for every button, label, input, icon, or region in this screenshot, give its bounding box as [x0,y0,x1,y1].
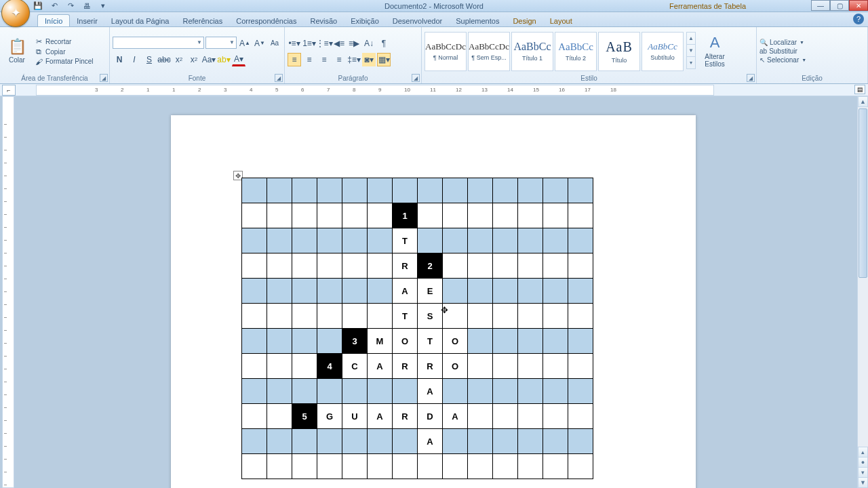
letter-cell[interactable]: G [317,404,342,429]
empty-cell[interactable] [342,454,368,479]
tab-selector[interactable]: ⌐ [2,85,16,96]
empty-cell[interactable] [543,279,568,304]
redo-icon[interactable]: ↷ [65,1,76,12]
paste-button[interactable]: 📋 Colar [3,39,31,64]
empty-cell[interactable] [443,228,468,253]
gallery-down[interactable]: ▼ [686,44,696,57]
empty-cell[interactable] [292,203,317,228]
underline-button[interactable]: S [142,53,156,66]
empty-cell[interactable] [267,228,292,253]
empty-cell[interactable] [317,228,342,253]
help-icon[interactable]: ? [853,14,864,24]
empty-cell[interactable] [568,379,593,404]
empty-cell[interactable] [267,304,292,329]
style-normal[interactable]: AaBbCcDc¶ Normal [425,32,467,71]
style-heading1[interactable]: AaBbCcTítulo 1 [511,32,553,71]
letter-cell[interactable]: A [393,279,418,304]
grow-font-button[interactable]: A▲ [238,37,252,50]
empty-cell[interactable] [543,429,568,454]
empty-cell[interactable] [267,279,292,304]
empty-cell[interactable] [543,404,568,429]
empty-cell[interactable] [518,454,543,479]
tab-table-design[interactable]: Design [506,15,542,26]
strikethrough-button[interactable]: abc [157,53,171,66]
close-button[interactable]: ✕ [849,0,868,11]
ruler-toggle[interactable]: ▤ [854,85,865,94]
empty-cell[interactable] [342,228,368,253]
empty-cell[interactable] [393,454,418,479]
empty-cell[interactable] [242,203,267,228]
tab-references[interactable]: Referências [176,15,230,26]
empty-cell[interactable] [292,354,317,379]
empty-cell[interactable] [468,253,493,279]
shrink-font-button[interactable]: A▼ [253,37,267,50]
office-button[interactable]: ✦ [1,0,30,27]
empty-cell[interactable] [543,304,568,329]
crossword-table[interactable]: 1TR2AETS3MOTO4CARROA5GUARDAA [241,178,593,479]
empty-cell[interactable] [393,379,418,404]
styles-gallery[interactable]: AaBbCcDc¶ Normal AaBbCcDc¶ Sem Esp... Aa… [425,32,696,71]
empty-cell[interactable] [242,379,267,404]
clipboard-launcher[interactable]: ◢ [100,74,108,82]
empty-cell[interactable] [468,329,493,354]
subscript-button[interactable]: x2 [172,53,186,66]
letter-cell[interactable]: A [418,379,443,404]
tab-page-layout[interactable]: Layout da Página [104,15,176,26]
scroll-down-button[interactable]: ▼ [858,477,868,488]
horizontal-ruler[interactable]: 321123456789101112131415161718 [36,85,714,96]
letter-cell[interactable]: O [443,354,468,379]
letter-cell[interactable]: R [393,253,418,279]
empty-cell[interactable] [242,354,267,379]
clue-number-cell[interactable]: 2 [418,253,443,279]
empty-cell[interactable] [242,279,267,304]
empty-cell[interactable] [292,329,317,354]
empty-cell[interactable] [393,178,418,203]
copy-button[interactable]: ⧉Copiar [34,47,94,56]
style-subtitle[interactable]: AaBbCcSubtítulo [642,32,684,71]
qat-more-icon[interactable]: ▾ [98,1,108,12]
empty-cell[interactable] [342,304,368,329]
decrease-indent-button[interactable]: ◀≡ [332,37,346,50]
find-button[interactable]: 🔍Localizar▼ [760,39,806,46]
empty-cell[interactable] [543,178,568,203]
justify-button[interactable]: ≡ [332,53,346,66]
empty-cell[interactable] [568,203,593,228]
letter-cell[interactable]: U [342,404,368,429]
empty-cell[interactable] [292,379,317,404]
letter-cell[interactable]: R [393,354,418,379]
empty-cell[interactable] [518,354,543,379]
empty-cell[interactable] [368,379,393,404]
style-no-spacing[interactable]: AaBbCcDc¶ Sem Esp... [468,32,510,71]
tab-home[interactable]: Início [37,14,70,26]
empty-cell[interactable] [242,404,267,429]
letter-cell[interactable]: R [393,404,418,429]
empty-cell[interactable] [418,178,443,203]
empty-cell[interactable] [493,379,518,404]
replace-button[interactable]: abSubstituir [760,47,806,55]
empty-cell[interactable] [568,178,593,203]
letter-cell[interactable]: T [418,329,443,354]
align-left-button[interactable]: ≡ [288,53,301,66]
empty-cell[interactable] [317,203,342,228]
empty-cell[interactable] [493,279,518,304]
empty-cell[interactable] [543,203,568,228]
change-styles-button[interactable]: A Alterar Estilos [698,35,731,67]
undo-icon[interactable]: ↶ [49,1,60,12]
tab-view[interactable]: Exibição [344,15,386,26]
empty-cell[interactable] [267,329,292,354]
empty-cell[interactable] [292,178,317,203]
empty-cell[interactable] [493,354,518,379]
empty-cell[interactable] [493,304,518,329]
borders-button[interactable]: ▦▾ [377,53,391,66]
multilevel-button[interactable]: ⋮≡▾ [317,37,331,50]
superscript-button[interactable]: x2 [187,53,201,66]
bullets-button[interactable]: •≡▾ [288,37,301,50]
clue-number-cell[interactable]: 3 [342,329,368,354]
empty-cell[interactable] [543,379,568,404]
empty-cell[interactable] [267,354,292,379]
empty-cell[interactable] [443,304,468,329]
empty-cell[interactable] [543,228,568,253]
empty-cell[interactable] [368,228,393,253]
font-size-combo[interactable]: ▼ [205,37,237,49]
empty-cell[interactable] [342,379,368,404]
